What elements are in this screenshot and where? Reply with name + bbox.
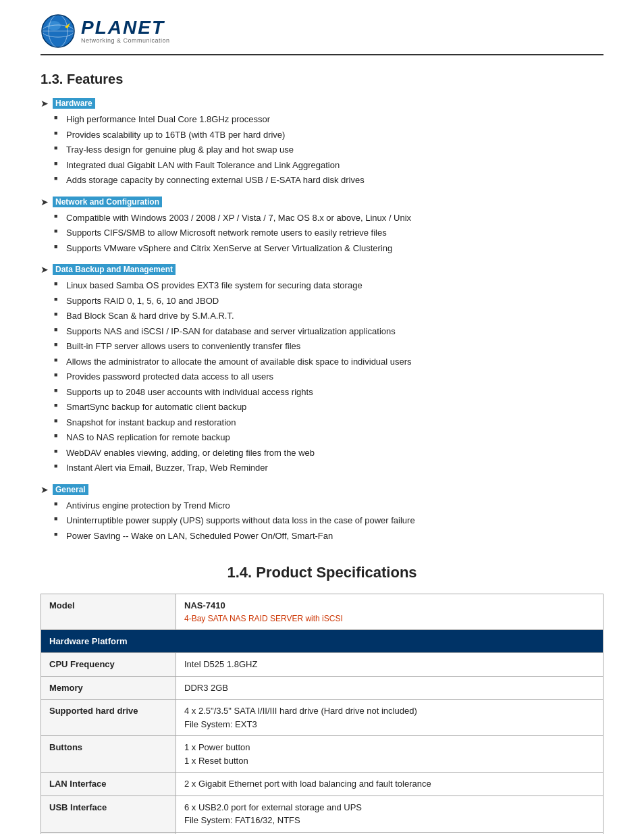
list-item: Integrated dual Gigabit LAN with Fault T… bbox=[54, 159, 603, 172]
feature-category: ➤Data Backup and ManagementLinux based S… bbox=[41, 264, 603, 475]
table-row: USB Interface6 x USB2.0 port for externa… bbox=[41, 796, 603, 832]
list-item: High performance Intel Dual Core 1.8GHz … bbox=[54, 113, 603, 126]
spec-value: Intel D525 1.8GHZ bbox=[176, 653, 603, 677]
list-item: Built-in FTP server allows users to conv… bbox=[54, 340, 603, 353]
category-label: General bbox=[53, 484, 88, 495]
table-row: ModelNAS-74104-Bay SATA NAS RAID SERVER … bbox=[41, 594, 603, 630]
list-item: Bad Block Scan & hard drive by S.M.A.R.T… bbox=[54, 309, 603, 323]
spec-value: 2 x Gigabit Ethernet port with load bala… bbox=[176, 773, 603, 796]
spec-label: Supported hard drive bbox=[41, 700, 176, 736]
arrow-icon: ➤ bbox=[41, 98, 49, 109]
list-item: Allows the administrator to allocate the… bbox=[54, 355, 603, 369]
spec-value: 4 x 2.5"/3.5" SATA I/II/III hard drive (… bbox=[176, 700, 603, 736]
table-row: Buttons1 x Power button1 x Reset button bbox=[41, 736, 603, 773]
spec-table: ModelNAS-74104-Bay SATA NAS RAID SERVER … bbox=[41, 594, 603, 834]
list-item: Supports RAID 0, 1, 5, 6, 10 and JBOD bbox=[54, 294, 603, 308]
list-item: WebDAV enables viewing, adding, or delet… bbox=[54, 446, 603, 460]
list-item: Supports VMware vSphere and Citrix XenSe… bbox=[54, 242, 603, 255]
category-header: ➤Network and Configuration bbox=[41, 197, 603, 207]
category-header: ➤General bbox=[41, 484, 603, 495]
list-item: Compatible with Windows 2003 / 2008 / XP… bbox=[54, 211, 603, 225]
spec-value: DDR3 2GB bbox=[176, 676, 603, 700]
category-label: Network and Configuration bbox=[53, 197, 162, 207]
spec-label: LAN Interface bbox=[41, 773, 176, 796]
list-item: Snapshot for instant backup and restorat… bbox=[54, 416, 603, 429]
table-row: CPU FrequencyIntel D525 1.8GHZ bbox=[41, 653, 603, 677]
feature-category: ➤Network and ConfigurationCompatible wit… bbox=[41, 197, 603, 255]
spec-label: Model bbox=[41, 594, 176, 630]
list-item: Supports up to 2048 user accounts with i… bbox=[54, 386, 603, 399]
spec-value: 6 x USB2.0 port for external storage and… bbox=[176, 796, 603, 832]
page-header: PLANET Networking & Communication bbox=[41, 14, 603, 55]
feature-category: ➤GeneralAntivirus engine protection by T… bbox=[41, 484, 603, 543]
table-row: LAN Interface2 x Gigabit Ethernet port w… bbox=[41, 773, 603, 796]
list-item: SmartSync backup for automatic client ba… bbox=[54, 400, 603, 414]
list-item: NAS to NAS replication for remote backup bbox=[54, 431, 603, 444]
section-header-cell: Hardware Platform bbox=[41, 629, 603, 653]
feature-category: ➤HardwareHigh performance Intel Dual Cor… bbox=[41, 98, 603, 187]
arrow-icon: ➤ bbox=[41, 484, 49, 495]
list-item: Adds storage capacity by connecting exte… bbox=[54, 174, 603, 187]
category-label: Data Backup and Management bbox=[53, 264, 176, 275]
table-row: Hardware Platform bbox=[41, 629, 603, 653]
list-item: Instant Alert via Email, Buzzer, Trap, W… bbox=[54, 461, 603, 475]
feature-list: Compatible with Windows 2003 / 2008 / XP… bbox=[41, 211, 603, 255]
list-item: Supports NAS and iSCSI / IP-SAN for data… bbox=[54, 325, 603, 338]
list-item: Antivirus engine protection by Trend Mic… bbox=[54, 499, 603, 513]
arrow-icon: ➤ bbox=[41, 264, 49, 275]
spec-label: Memory bbox=[41, 676, 176, 700]
list-item: Tray-less design for genuine plug & play… bbox=[54, 143, 603, 157]
table-row: MemoryDDR3 2GB bbox=[41, 676, 603, 700]
logo: PLANET Networking & Communication bbox=[41, 14, 170, 49]
spec-label: USB Interface bbox=[41, 796, 176, 832]
feature-list: Antivirus engine protection by Trend Mic… bbox=[41, 499, 603, 543]
logo-subtitle-label: Networking & Communication bbox=[81, 37, 170, 44]
planet-logo-icon bbox=[41, 14, 76, 49]
list-item: Supports CIFS/SMB to allow Microsoft net… bbox=[54, 226, 603, 240]
spec-label: Buttons bbox=[41, 736, 176, 773]
list-item: Provides scalability up to 16TB (with 4T… bbox=[54, 128, 603, 142]
list-item: Provides password protected data access … bbox=[54, 370, 603, 384]
category-label: Hardware bbox=[53, 98, 95, 109]
spec-label: CPU Frequency bbox=[41, 653, 176, 677]
spec-value: 1 x Power button1 x Reset button bbox=[176, 736, 603, 773]
specs-section-title: 1.4. Product Specifications bbox=[41, 564, 603, 581]
features-container: ➤HardwareHigh performance Intel Dual Cor… bbox=[41, 98, 603, 542]
list-item: Linux based Samba OS provides EXT3 file … bbox=[54, 279, 603, 292]
logo-text: PLANET Networking & Communication bbox=[81, 18, 170, 44]
list-item: Uninterruptible power supply (UPS) suppo… bbox=[54, 514, 603, 527]
table-row: Supported hard drive4 x 2.5"/3.5" SATA I… bbox=[41, 700, 603, 736]
arrow-icon: ➤ bbox=[41, 197, 49, 207]
category-header: ➤Data Backup and Management bbox=[41, 264, 603, 275]
features-section-title: 1.3. Features bbox=[41, 72, 603, 87]
spec-value: NAS-74104-Bay SATA NAS RAID SERVER with … bbox=[176, 594, 603, 630]
feature-list: Linux based Samba OS provides EXT3 file … bbox=[41, 279, 603, 475]
list-item: Power Saving -- Wake on LAN, Scheduled P… bbox=[54, 529, 603, 543]
category-header: ➤Hardware bbox=[41, 98, 603, 109]
logo-planet-label: PLANET bbox=[81, 18, 170, 37]
feature-list: High performance Intel Dual Core 1.8GHz … bbox=[41, 113, 603, 187]
